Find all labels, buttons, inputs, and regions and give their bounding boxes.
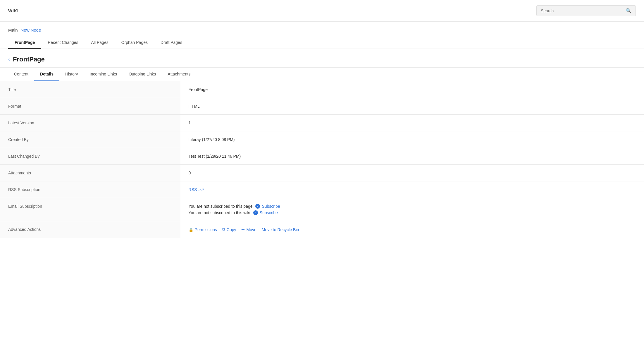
wiki-subscribe-link[interactable]: Subscribe: [260, 210, 278, 215]
breadcrumb-main: Main: [8, 28, 18, 32]
app-title: WIKI: [8, 8, 18, 13]
move-icon: [241, 227, 245, 232]
rss-link[interactable]: RSS ↗: [189, 187, 205, 192]
value-advanced-actions: Permissions Copy Move Move to Recycle Bi…: [180, 221, 644, 238]
page-title: FrontPage: [13, 56, 45, 63]
label-last-changed-by: Last Changed By: [0, 148, 180, 165]
tab-orphan-pages[interactable]: Orphan Pages: [115, 37, 154, 49]
label-created-by: Created By: [0, 131, 180, 148]
tab-content[interactable]: Content: [8, 68, 34, 81]
search-icon: 🔍: [626, 8, 631, 13]
tab-frontpage[interactable]: FrontPage: [8, 37, 41, 49]
wiki-subscribe-check-icon: [253, 210, 258, 215]
external-link-icon: ↗: [198, 187, 204, 192]
copy-link[interactable]: Copy: [222, 227, 236, 232]
label-attachments: Attachments: [0, 165, 180, 181]
breadcrumb: Main New Node: [0, 22, 644, 37]
value-last-changed-by: Test Test (1/29/20 11:46 PM): [180, 148, 644, 165]
tab-history[interactable]: History: [59, 68, 84, 81]
table-row: Attachments 0: [0, 165, 644, 181]
tab-incoming-links[interactable]: Incoming Links: [84, 68, 123, 81]
table-row: Latest Version 1.1: [0, 115, 644, 131]
lock-icon: [189, 227, 193, 232]
rss-row: RSS Subscription RSS ↗: [0, 181, 644, 198]
top-tabs: FrontPage Recent Changes All Pages Orpha…: [0, 37, 644, 49]
label-title: Title: [0, 81, 180, 98]
tab-outgoing-links[interactable]: Outgoing Links: [123, 68, 162, 81]
copy-label: Copy: [227, 227, 236, 232]
permissions-label: Permissions: [195, 227, 217, 232]
label-latest-version: Latest Version: [0, 115, 180, 131]
page-subscribe-text: You are not subscribed to this page.: [189, 204, 254, 209]
table-row: Created By Liferay (1/27/20 8:08 PM): [0, 131, 644, 148]
value-attachments: 0: [180, 165, 644, 181]
tab-details[interactable]: Details: [34, 68, 59, 81]
label-format: Format: [0, 98, 180, 115]
page-title-row: ‹ FrontPage: [0, 49, 644, 68]
sub-tabs: Content Details History Incoming Links O…: [0, 68, 644, 81]
value-created-by: Liferay (1/27/20 8:08 PM): [180, 131, 644, 148]
wiki-subscribe-row: You are not subscribed to this wiki. Sub…: [189, 210, 636, 215]
move-link[interactable]: Move: [241, 227, 256, 232]
email-subscription-row: Email Subscription You are not subscribe…: [0, 198, 644, 221]
recycle-link[interactable]: Move to Recycle Bin: [262, 227, 299, 232]
value-rss: RSS ↗: [180, 181, 644, 198]
wiki-subscribe-text: You are not subscribed to this wiki.: [189, 210, 252, 215]
label-email-subscription: Email Subscription: [0, 198, 180, 221]
label-advanced-actions: Advanced Actions: [0, 221, 180, 238]
rss-link-text: RSS: [189, 187, 197, 192]
table-row: Title FrontPage: [0, 81, 644, 98]
new-node-link[interactable]: New Node: [21, 28, 41, 32]
tab-draft-pages[interactable]: Draft Pages: [154, 37, 189, 49]
advanced-actions-row: Advanced Actions Permissions Copy Move: [0, 221, 644, 238]
permissions-link[interactable]: Permissions: [189, 227, 217, 232]
value-format: HTML: [180, 98, 644, 115]
page-subscribe-link[interactable]: Subscribe: [262, 204, 280, 209]
table-row: Format HTML: [0, 98, 644, 115]
value-email-subscription: You are not subscribed to this page. Sub…: [180, 198, 644, 221]
tab-recent-changes[interactable]: Recent Changes: [41, 37, 85, 49]
recycle-label: Move to Recycle Bin: [262, 227, 299, 232]
label-rss: RSS Subscription: [0, 181, 180, 198]
copy-icon: [222, 227, 225, 232]
back-arrow[interactable]: ‹: [8, 56, 10, 63]
header: WIKI 🔍: [0, 0, 644, 22]
value-title: FrontPage: [180, 81, 644, 98]
search-input[interactable]: [541, 8, 626, 13]
details-table: Title FrontPage Format HTML Latest Versi…: [0, 81, 644, 238]
page-subscribe-row: You are not subscribed to this page. Sub…: [189, 204, 636, 209]
search-box[interactable]: 🔍: [536, 5, 636, 16]
advanced-actions-container: Permissions Copy Move Move to Recycle Bi…: [189, 227, 636, 232]
tab-all-pages[interactable]: All Pages: [85, 37, 115, 49]
tab-attachments[interactable]: Attachments: [162, 68, 196, 81]
value-latest-version: 1.1: [180, 115, 644, 131]
move-label: Move: [246, 227, 256, 232]
table-row: Last Changed By Test Test (1/29/20 11:46…: [0, 148, 644, 165]
page-subscribe-check-icon: [255, 204, 260, 209]
